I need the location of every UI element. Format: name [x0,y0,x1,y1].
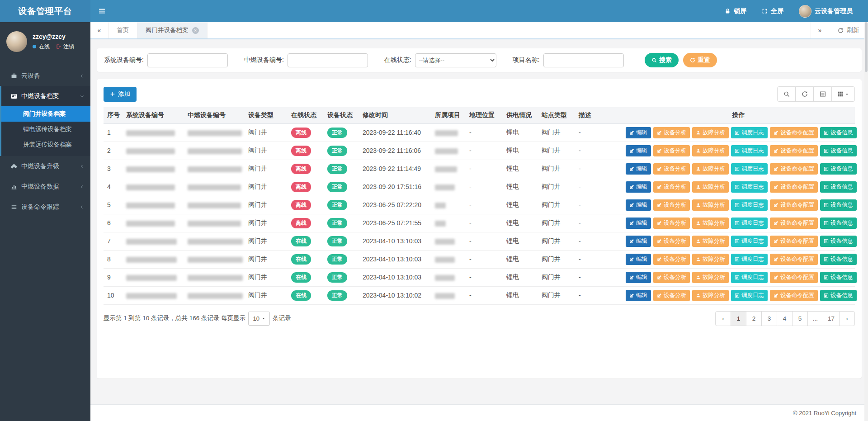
action-button-list[interactable]: 调度日志 [731,145,768,156]
table-search-toggle-button[interactable] [777,86,796,102]
action-button-user[interactable]: 故障分析 [692,218,729,229]
action-button-list[interactable]: 调度日志 [731,236,768,247]
action-button-list[interactable]: 调度日志 [731,290,768,301]
edit-button[interactable]: 编辑 [626,290,651,301]
action-button-user[interactable]: 故障分析 [692,236,729,247]
edit-button[interactable]: 编辑 [626,272,651,283]
tabs-scroll-right-button[interactable]: » [811,22,829,38]
sidebar-subitem[interactable]: 阀门井设备档案 [1,106,90,122]
action-button-edit[interactable]: 设备分析 [653,254,690,265]
search-button[interactable]: 搜索 [645,53,679,67]
page-size-dropdown[interactable]: 10 [248,312,270,326]
tabs-scroll-left-button[interactable]: « [90,22,108,38]
edit-button[interactable]: 编辑 [626,199,651,211]
action-button-edit[interactable]: 设备分析 [653,145,690,156]
edit-button[interactable]: 编辑 [626,163,651,175]
sidebar-subitem[interactable]: 拼装远传设备档案 [1,137,90,152]
page-button-2[interactable]: 2 [746,311,762,326]
action-button-edit[interactable]: 设备命令配置 [770,218,818,229]
sidebar-subitem[interactable]: 锂电远传设备档案 [1,122,90,137]
sidebar-toggle-button[interactable] [90,0,113,22]
page-button-›[interactable]: › [839,311,855,326]
page-button-...[interactable]: ... [807,311,823,326]
online-status-select[interactable]: --请选择-- [415,53,496,67]
system-device-no-input[interactable] [147,53,228,67]
action-button-list[interactable]: 设备信息 [820,163,857,175]
fullscreen-button[interactable]: 全屏 [762,7,783,15]
action-button-edit[interactable]: 设备分析 [653,163,690,175]
action-button-list[interactable]: 调度日志 [731,272,768,283]
tab-active[interactable]: 阀门井设备档案× [137,22,208,38]
page-button-5[interactable]: 5 [792,311,808,326]
sidebar-item[interactable]: 中燃设备升级 [0,156,90,176]
reset-button[interactable]: 重置 [683,53,717,67]
scrollbar-thumb[interactable] [865,22,868,72]
action-button-list[interactable]: 设备信息 [820,181,857,193]
tab-close-icon[interactable]: × [192,27,199,34]
user-menu[interactable]: 云设备管理员 [799,5,853,18]
action-button-list[interactable]: 调度日志 [731,254,768,265]
action-button-edit[interactable]: 设备分析 [653,218,690,229]
action-button-edit[interactable]: 设备命令配置 [770,127,818,138]
action-button-list[interactable]: 设备信息 [820,272,857,283]
action-button-user[interactable]: 故障分析 [692,272,729,283]
edit-button[interactable]: 编辑 [626,181,651,193]
action-button-edit[interactable]: 设备命令配置 [770,163,818,175]
add-button[interactable]: 添加 [104,87,137,102]
table-refresh-button[interactable] [795,86,814,102]
edit-button[interactable]: 编辑 [626,145,651,156]
action-button-user[interactable]: 故障分析 [692,181,729,193]
action-button-edit[interactable]: 设备命令配置 [770,272,818,283]
action-button-edit[interactable]: 设备分析 [653,290,690,301]
action-button-list[interactable]: 调度日志 [731,163,768,175]
sidebar-item[interactable]: 云设备 [0,66,90,86]
action-button-edit[interactable]: 设备分析 [653,272,690,283]
edit-button[interactable]: 编辑 [626,218,651,229]
action-button-edit[interactable]: 设备命令配置 [770,290,818,301]
logout-button[interactable]: 注销 [56,43,74,51]
action-button-list[interactable]: 设备信息 [820,127,857,138]
sidebar-item[interactable]: 中燃设备档案 [1,86,90,106]
action-button-list[interactable]: 设备信息 [820,236,857,247]
tab-item[interactable]: 首页 [108,22,137,38]
project-name-input[interactable] [543,53,624,67]
action-button-list[interactable]: 调度日志 [731,127,768,138]
action-button-edit[interactable]: 设备分析 [653,236,690,247]
action-button-edit[interactable]: 设备命令配置 [770,145,818,156]
sidebar-item[interactable]: 中燃设备数据 [0,176,90,197]
action-button-list[interactable]: 设备信息 [820,199,857,211]
action-button-list[interactable]: 设备信息 [820,218,857,229]
tab-refresh-button[interactable]: 刷新 [829,22,868,38]
table-detail-view-button[interactable] [813,86,832,102]
action-button-edit[interactable]: 设备命令配置 [770,254,818,265]
zr-device-no-input[interactable] [288,53,368,67]
page-button-1[interactable]: 1 [731,311,746,326]
action-button-list[interactable]: 设备信息 [820,254,857,265]
action-button-user[interactable]: 故障分析 [692,127,729,138]
page-button-‹[interactable]: ‹ [715,311,731,326]
action-button-edit[interactable]: 设备分析 [653,127,690,138]
action-button-list[interactable]: 调度日志 [731,181,768,193]
lock-screen-button[interactable]: 锁屏 [725,7,746,15]
action-button-user[interactable]: 故障分析 [692,199,729,211]
action-button-list[interactable]: 设备信息 [820,145,857,156]
action-button-edit[interactable]: 设备命令配置 [770,236,818,247]
action-button-edit[interactable]: 设备分析 [653,199,690,211]
edit-button[interactable]: 编辑 [626,236,651,247]
action-button-list[interactable]: 调度日志 [731,199,768,211]
sidebar-item[interactable]: 设备命令跟踪 [0,197,90,217]
action-button-user[interactable]: 故障分析 [692,254,729,265]
action-button-list[interactable]: 调度日志 [731,218,768,229]
table-columns-button[interactable] [831,86,855,102]
edit-button[interactable]: 编辑 [626,127,651,138]
page-button-3[interactable]: 3 [761,311,777,326]
action-button-edit[interactable]: 设备命令配置 [770,199,818,211]
action-button-user[interactable]: 故障分析 [692,145,729,156]
edit-button[interactable]: 编辑 [626,254,651,265]
page-button-17[interactable]: 17 [823,311,840,326]
action-button-edit[interactable]: 设备命令配置 [770,181,818,193]
vertical-scrollbar[interactable] [864,22,868,421]
action-button-user[interactable]: 故障分析 [692,290,729,301]
action-button-user[interactable]: 故障分析 [692,163,729,175]
action-button-edit[interactable]: 设备分析 [653,181,690,193]
